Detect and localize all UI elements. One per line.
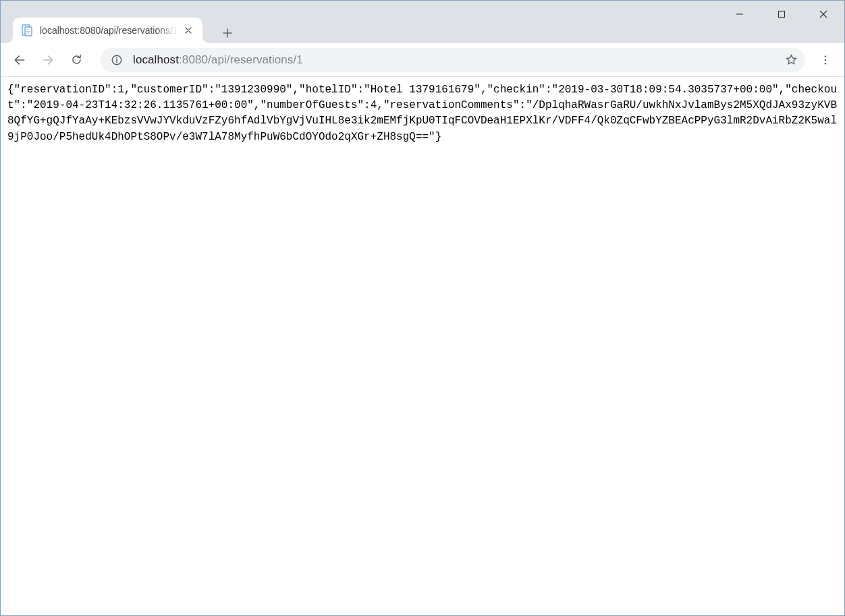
window-minimize-button[interactable] [719,1,761,28]
tab-close-button[interactable] [182,24,194,36]
star-icon [785,53,798,66]
page-favicon [21,24,33,36]
toolbar: localhost:8080/api/reservations/1 [1,43,844,77]
response-body: {"reservationID":1,"customerID":"1391230… [7,82,838,145]
back-button[interactable] [6,47,33,74]
url-host: localhost [133,53,179,66]
svg-rect-5 [779,11,785,18]
titlebar: localhost:8080/api/reservations/1 [1,1,844,43]
window-maximize-button[interactable] [761,1,802,28]
new-tab-button[interactable] [217,23,238,43]
close-icon [819,10,827,18]
svg-point-8 [825,55,827,57]
close-icon [185,27,192,34]
svg-point-7 [116,57,117,58]
arrow-left-icon [13,53,26,67]
svg-point-10 [825,62,827,64]
maximize-icon [778,10,786,18]
reload-icon [70,53,83,66]
arrow-right-icon [41,53,55,67]
window-controls [719,1,844,28]
address-bar[interactable]: localhost:8080/api/reservations/1 [101,48,805,72]
browser-menu-button[interactable] [812,47,839,74]
minimize-icon [736,10,744,18]
url-path: :8080/api/reservations/1 [179,53,303,66]
forward-button[interactable] [34,47,61,74]
bookmark-button[interactable] [781,50,801,70]
page-content: {"reservationID":1,"customerID":"1391230… [1,77,844,615]
site-info-button[interactable] [110,53,124,67]
svg-point-9 [825,59,827,61]
kebab-icon [819,54,832,66]
window-close-button[interactable] [802,1,844,28]
reload-button[interactable] [63,47,90,74]
browser-tab[interactable]: localhost:8080/api/reservations/1 [13,18,202,43]
tab-strip: localhost:8080/api/reservations/1 [1,1,238,43]
url-text: localhost:8080/api/reservations/1 [133,53,781,67]
info-icon [111,54,123,66]
tab-title: localhost:8080/api/reservations/1 [40,25,178,36]
plus-icon [223,28,232,38]
